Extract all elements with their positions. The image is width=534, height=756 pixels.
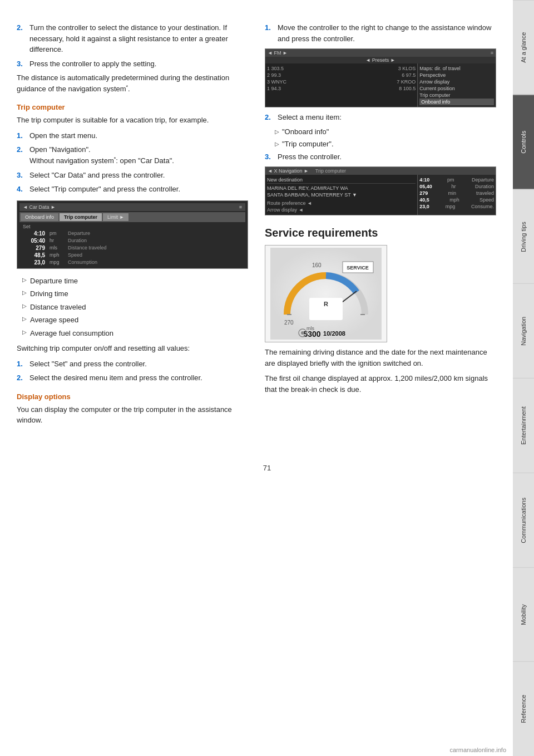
sidebar-tab-mobility[interactable]: Mobility	[513, 567, 534, 662]
bullet-item-avg-speed: Average speed	[22, 313, 248, 327]
trip-dur-label: Duration	[475, 184, 494, 189]
display-ui-left: 1 303.5 3 KLOS 2 99.3 6 97.5 3 WNYC 7 KR…	[265, 63, 417, 107]
ro-step-2-num: 2.	[265, 112, 275, 123]
sidebar-tab-at-a-glance[interactable]: At a glance	[513, 0, 534, 95]
ui-tab-trip-computer[interactable]: Trip computer	[60, 213, 102, 221]
menu-arrow: Arrow display	[419, 78, 494, 85]
ui-screenshot-header: ◄ Car Data ► ≡	[19, 203, 245, 211]
ui-tab-limit[interactable]: Limit ►	[103, 213, 128, 221]
ro-step-1-num: 1.	[265, 22, 275, 44]
ro-step-3: 3. Press the controller.	[265, 151, 496, 163]
tc-step-2: 2. Open "Navigation".Without navigation …	[17, 144, 248, 166]
trip-dest-2: SANTA BARBARA, MONTERREY ST ▼	[267, 192, 416, 198]
trip-row-traveled: 279 min traveled	[419, 190, 494, 197]
trip-route-pref: Route preference ◄	[267, 200, 416, 207]
asterisk-2: *	[114, 156, 116, 161]
switching-text: Switching trip computer on/off and reset…	[17, 343, 248, 354]
ro-step-1: 1. Move the controller to the right to c…	[265, 22, 496, 44]
speed-label: Speed	[68, 252, 242, 258]
step-3-block: 3. Press the controller to apply the set…	[17, 58, 248, 70]
bullet-item-driving: Driving time	[22, 287, 248, 301]
tc-step-4-num: 4.	[17, 184, 27, 195]
display-header-fm: ◄ FM ►	[268, 50, 288, 56]
left-row-1-col2: 6 97.5	[402, 72, 416, 78]
display-ui-screenshot: ◄ FM ► ≡ ◄ Presets ► 1 303.5 3 KLOS 2 99…	[265, 48, 496, 107]
trip-dur-val: 05,40	[419, 184, 432, 189]
menu-perspective: Perspective	[419, 72, 494, 78]
speed-unit: mph	[50, 252, 63, 258]
ui-tabs-row: Onboard info Trip computer Limit ►	[19, 212, 245, 222]
trip-trav-label: traveled	[476, 190, 494, 196]
trip-con-unit: mpg	[446, 204, 456, 209]
trip-trav-val: 279	[419, 190, 428, 196]
trip-spd-val: 40,5	[419, 197, 429, 203]
tc-step-1: 1. Open the start menu.	[17, 130, 248, 141]
sidebar-tab-driving-tips[interactable]: Driving tips	[513, 189, 534, 284]
bullet-list: Departure time Driving time Distance tra…	[22, 274, 248, 340]
sidebar-tab-navigation[interactable]: Navigation	[513, 283, 534, 378]
display-ui-menu: Maps: dir. of travel Perspective Arrow d…	[417, 63, 496, 107]
duration-unit: hr	[50, 238, 63, 244]
bullet-item-distance: Distance traveled	[22, 301, 248, 314]
departure-label: Departure	[68, 230, 242, 237]
step-2-number: 2.	[17, 22, 27, 55]
display-ui-header: ◄ FM ► ≡	[265, 49, 496, 57]
sidebar-tab-controls[interactable]: Controls	[513, 95, 534, 189]
menu-trip: Trip computer	[419, 92, 494, 99]
sub-item-trip-text: "Trip computer".	[282, 139, 334, 150]
duration-label: Duration	[68, 238, 242, 244]
trip-dest-1: MARINA DEL REY, ADMIRALTY WA	[267, 185, 416, 192]
step-2-text: Turn the controller to select the distan…	[29, 22, 248, 55]
step-3-text: Press the controller to apply the settin…	[29, 58, 156, 70]
tc-step-2-text: Open "Navigation".Without navigation sys…	[29, 144, 174, 166]
right-column: 1. Move the controller to the right to c…	[265, 22, 496, 430]
display-presets: ◄ Presets ►	[265, 57, 496, 63]
service-heading: Service requirements	[265, 227, 496, 239]
left-row-0-col2: 3 KLOS	[398, 66, 416, 71]
sw-step-2-num: 2.	[17, 372, 27, 384]
svg-text:10/2008: 10/2008	[323, 330, 345, 337]
tc-step-4: 4. Select "Trip computer" and press the …	[17, 184, 248, 195]
ui-row-duration: 05:40 hr Duration	[19, 237, 245, 244]
tc-step-1-num: 1.	[17, 130, 27, 141]
trip-row-duration: 05,40 hr Duration	[419, 183, 494, 190]
sidebar-tab-entertainment[interactable]: Entertainment	[513, 378, 534, 473]
consumption-value: 23,0	[23, 259, 45, 266]
trip-header-nav: ◄ X Navigation ►	[268, 168, 309, 174]
trip-dep-val: 4:10	[419, 177, 429, 183]
left-row-3-col2: 8 100.5	[399, 86, 416, 91]
trip-trav-unit: min	[448, 190, 456, 196]
duration-value: 05:40	[23, 238, 45, 244]
sidebar-tab-communications[interactable]: Communications	[513, 473, 534, 567]
departure-unit: pm	[50, 230, 63, 237]
consumption-label: Consumption	[68, 259, 242, 266]
sub-item-onboard: "Onboard info"	[275, 126, 496, 138]
trip-ui-body: New destination MARINA DEL REY, ADMIRALT…	[265, 175, 496, 215]
svg-point-16	[301, 331, 304, 335]
ro-step-1-text: Move the controller to the right to chan…	[278, 22, 496, 44]
step-3-number: 3.	[17, 58, 27, 70]
bullet-item-avg-fuel: Average fuel consumption	[22, 327, 248, 340]
sw-step-1-num: 1.	[17, 359, 27, 370]
sub-item-onboard-text: "Onboard info"	[282, 126, 329, 138]
left-row-2-col2: 7 KROO	[397, 79, 416, 85]
trip-new-dest: New destination	[267, 176, 416, 184]
ro-step-3-text: Press the controller.	[278, 151, 342, 163]
svg-text:R: R	[324, 301, 328, 307]
auto-text: The distance is automatically predetermi…	[17, 72, 248, 94]
consumption-unit: mpg	[50, 259, 63, 266]
trip-ui-left: New destination MARINA DEL REY, ADMIRALT…	[265, 175, 417, 215]
tc-step-3: 3. Select "Car Data" and press the contr…	[17, 170, 248, 181]
car-data-ui-screenshot: ◄ Car Data ► ≡ Onboard info Trip compute…	[17, 200, 248, 269]
trip-computer-intro: The trip computer is suitable for a vaca…	[17, 115, 248, 126]
step-2-block: 2. Turn the controller to select the dis…	[17, 22, 248, 55]
display-ui-body: 1 303.5 3 KLOS 2 99.3 6 97.5 3 WNYC 7 KR…	[265, 63, 496, 107]
watermark: carmanualonline.info	[449, 747, 506, 753]
tc-step-1-text: Open the start menu.	[29, 130, 97, 141]
service-text-2: The first oil change displayed at approx…	[265, 373, 496, 395]
ui-tab-onboard-info[interactable]: Onboard info	[21, 213, 58, 221]
ro-step-3-num: 3.	[265, 151, 275, 163]
sidebar-tab-reference[interactable]: Reference	[513, 661, 534, 756]
left-column: 2. Turn the controller to select the dis…	[17, 22, 248, 430]
svg-text:160: 160	[312, 262, 322, 268]
